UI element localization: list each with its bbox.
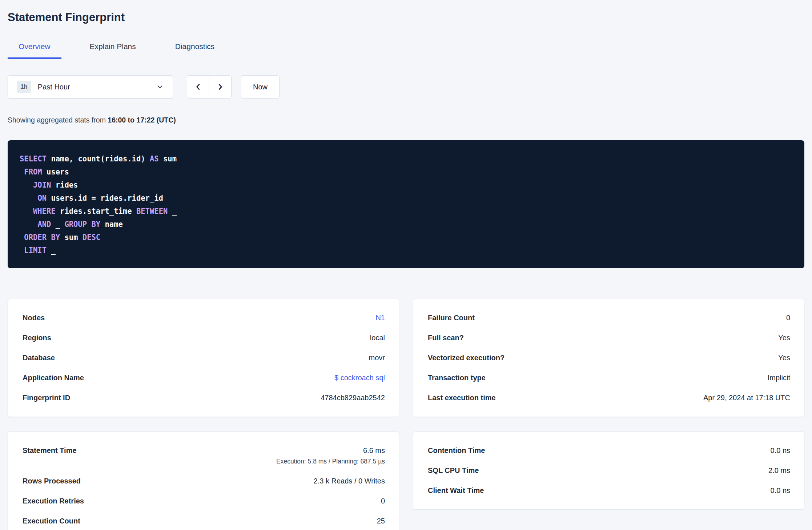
stat-label: Execution Retries (23, 497, 84, 505)
stat-value-wrap: local (370, 334, 385, 342)
sql-text (20, 207, 33, 216)
stat-value: movr (369, 354, 385, 362)
now-button[interactable]: Now (241, 75, 280, 99)
sql-keyword: LIMIT (24, 246, 47, 255)
execution-card: Failure Count0Full scan?YesVectorized ex… (413, 299, 804, 417)
stat-row: Client Wait Time0.0 ns (428, 481, 790, 501)
stat-value: 2.3 k Reads / 0 Writes (314, 477, 385, 485)
sql-text: sum (159, 154, 177, 163)
sql-keyword: ORDER BY (24, 233, 60, 242)
stat-value: 25 (377, 517, 385, 525)
time-range-label: Past Hour (38, 83, 70, 91)
stat-value: Apr 29, 2024 at 17:18 UTC (703, 394, 790, 402)
stat-row: Databasemovr (23, 348, 385, 368)
stat-label: Last execution time (428, 394, 496, 402)
stat-value-wrap: 2.0 ms (768, 466, 790, 475)
stat-value-wrap: movr (369, 354, 385, 362)
stat-value: Implicit (768, 374, 790, 382)
stat-value-wrap: 0 (381, 497, 385, 505)
stat-subvalue: Execution: 5.8 ms / Planning: 687.5 µs (276, 458, 385, 465)
stat-value-link[interactable]: N1 (375, 314, 385, 322)
sql-line: FROM users (20, 165, 793, 178)
tab-explain-plans[interactable]: Explain Plans (79, 36, 147, 59)
stat-row: Fingerprint ID4784cb829aab2542 (23, 388, 385, 408)
stat-value-wrap: Apr 29, 2024 at 17:18 UTC (703, 394, 790, 402)
chevron-left-icon (194, 83, 202, 91)
stat-row: NodesN1 (23, 308, 385, 328)
stat-value-wrap: 4784cb829aab2542 (321, 394, 385, 402)
sql-text: users (42, 168, 69, 176)
timing-cards-row: Statement Time6.6 msExecution: 5.8 ms / … (8, 431, 804, 530)
stat-value-wrap: 2.3 k Reads / 0 Writes (314, 477, 385, 485)
sql-text: rides.start_time (56, 207, 136, 216)
sql-keyword: GROUP BY (64, 220, 100, 229)
sql-keyword: WHERE (33, 207, 56, 216)
stat-row: Statement Time6.6 msExecution: 5.8 ms / … (23, 441, 385, 471)
tab-diagnostics[interactable]: Diagnostics (164, 36, 226, 59)
stat-row: Application Name$ cockroach sql (23, 368, 385, 388)
stat-value-wrap: Yes (778, 334, 790, 342)
stat-value: Yes (778, 334, 790, 342)
sql-keyword: FROM (24, 168, 42, 176)
sql-code: SELECT name, count(rides.id) AS sum FROM… (20, 152, 793, 257)
stats-caption: Showing aggregated stats from 16:00 to 1… (8, 116, 804, 124)
sql-statement-box: SELECT name, count(rides.id) AS sum FROM… (8, 140, 804, 268)
stat-value-wrap: 0.0 ns (771, 486, 790, 495)
stat-value-wrap: 25 (377, 517, 385, 525)
resource-card-rows: Contention Time0.0 nsSQL CPU Time2.0 msC… (428, 441, 790, 501)
sql-text: sum (60, 233, 83, 242)
stat-value-wrap: N1 (375, 314, 385, 322)
execution-card-rows: Failure Count0Full scan?YesVectorized ex… (428, 308, 790, 408)
sql-line: ON users.id = rides.rider_id (20, 192, 793, 205)
stat-row: Execution Retries0 (23, 491, 385, 511)
stat-label: Client Wait Time (428, 486, 484, 495)
time-range-select[interactable]: 1h Past Hour (8, 75, 173, 99)
sql-keyword: SELECT (20, 154, 47, 163)
stat-value-wrap: 6.6 msExecution: 5.8 ms / Planning: 687.… (276, 446, 385, 465)
sql-line: AND _ GROUP BY name (20, 218, 793, 231)
chevron-down-icon (156, 83, 164, 91)
prev-time-button[interactable] (187, 75, 209, 99)
stat-row: Contention Time0.0 ns (428, 441, 790, 461)
sql-keyword: AS (150, 154, 159, 163)
stat-value: 4784cb829aab2542 (321, 394, 385, 402)
stat-value-link[interactable]: $ cockroach sql (334, 374, 385, 382)
stat-label: Rows Processed (23, 477, 81, 485)
stat-value-wrap: 0 (786, 314, 790, 322)
stat-label: Statement Time (23, 446, 77, 455)
stat-label: Regions (23, 334, 51, 342)
sql-text: rides (51, 181, 78, 189)
sql-line: JOIN rides (20, 178, 793, 192)
sql-text: _ (168, 207, 177, 216)
sql-text (20, 233, 24, 242)
stat-row: Last execution timeApr 29, 2024 at 17:18… (428, 388, 790, 408)
stat-row: Failure Count0 (428, 308, 790, 328)
statement-fingerprint-page: Statement Fingerprint OverviewExplain Pl… (0, 0, 812, 530)
stat-label: SQL CPU Time (428, 466, 479, 475)
stat-value: 0.0 ns (771, 486, 790, 494)
stat-label: Contention Time (428, 446, 485, 455)
time-step-buttons (187, 75, 232, 99)
stat-label: Failure Count (428, 314, 475, 322)
sql-text: _ (47, 246, 56, 255)
timing-card: Statement Time6.6 msExecution: 5.8 ms / … (8, 431, 399, 530)
stat-row: SQL CPU Time2.0 ms (428, 461, 790, 481)
sql-text: name, count(rides.id) (47, 154, 150, 163)
chevron-right-icon (216, 83, 224, 91)
stat-value-wrap: $ cockroach sql (334, 374, 385, 382)
sql-text (20, 168, 24, 176)
next-time-button[interactable] (209, 75, 232, 99)
stat-row: Execution Count25 (23, 511, 385, 530)
sql-text: name (100, 220, 123, 229)
sql-line: LIMIT _ (20, 244, 793, 257)
tab-overview[interactable]: Overview (8, 36, 61, 59)
details-cards-row: NodesN1RegionslocalDatabasemovrApplicati… (8, 299, 804, 417)
tabs: OverviewExplain PlansDiagnostics (8, 36, 804, 59)
details-card: NodesN1RegionslocalDatabasemovrApplicati… (8, 299, 399, 417)
stat-row: Vectorized execution?Yes (428, 348, 790, 368)
stat-value-wrap: 0.0 ns (771, 446, 790, 455)
stat-row: Regionslocal (23, 328, 385, 348)
stat-label: Fingerprint ID (23, 394, 70, 402)
stat-value-wrap: Implicit (768, 374, 790, 382)
sql-keyword: ON (37, 194, 47, 202)
